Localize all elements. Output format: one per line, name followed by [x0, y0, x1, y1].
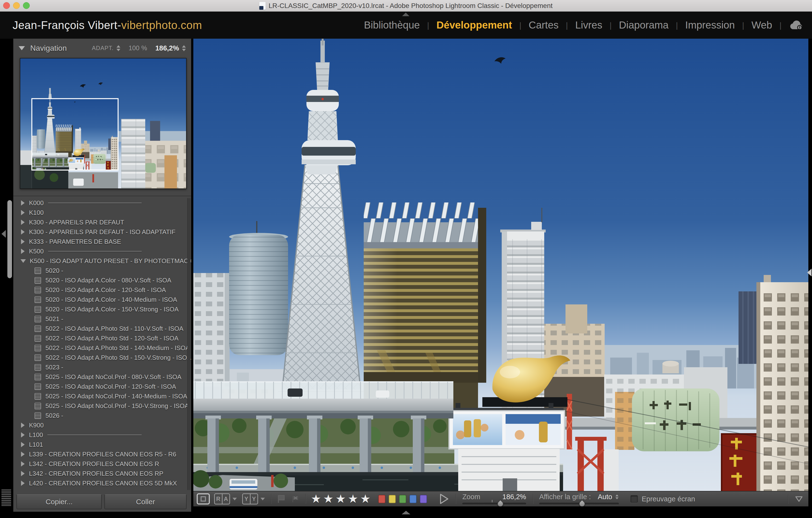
group-collapsed-icon[interactable] [21, 220, 25, 225]
group-collapsed-icon[interactable] [21, 442, 25, 447]
preset-group-row[interactable]: K000 [13, 198, 191, 208]
group-collapsed-icon[interactable] [21, 239, 25, 244]
preset-group-row[interactable]: K300 - APPAREILS PAR DEFAUT - ISO ADAPTA… [13, 227, 191, 237]
color-label-4[interactable] [420, 495, 427, 503]
preset-group-row[interactable]: K500 [13, 246, 191, 256]
color-label-1[interactable] [388, 495, 396, 503]
preset-icon [34, 403, 41, 409]
reject-flag-icon[interactable] [290, 494, 300, 504]
module-tab-livres[interactable]: Livres [575, 19, 602, 31]
preset-label: K500 [29, 248, 44, 255]
preset-row[interactable]: 5021 - [13, 314, 191, 324]
soft-proof-checkbox[interactable] [631, 495, 638, 502]
module-tab-impression[interactable]: Impression [685, 19, 735, 31]
zoom-window-button[interactable] [23, 2, 30, 9]
preset-row[interactable]: 5022 - ISO Adapt A.Photo Std - 140-Mediu… [13, 343, 191, 353]
preset-row[interactable]: 5025 - ISO Adapt NoCol.Prof - 120-Soft -… [13, 382, 191, 391]
preset-group-row[interactable]: K900 [13, 420, 191, 430]
module-tab-web[interactable]: Web [752, 19, 772, 31]
preset-row[interactable]: 5020 - ISO Adapt A.Color - 150-V.Strong … [13, 304, 191, 314]
preset-row[interactable]: 5026 - [13, 411, 191, 420]
preset-row[interactable]: 5020 - ISO Adapt A.Color - 120-Soft - IS… [13, 285, 191, 295]
preset-row[interactable]: 5025 - ISO Adapt NoCol.Prof - 150-V.Stro… [13, 401, 191, 411]
copy-button[interactable]: Copier... [17, 494, 102, 509]
soft-proof-control[interactable]: Epreuvage écran [631, 495, 695, 503]
survey-view-dropdown-icon[interactable] [261, 498, 265, 500]
navigator-collapse-icon[interactable] [19, 46, 25, 50]
cloud-sync-alert-icon[interactable] [789, 20, 803, 30]
color-label-3[interactable] [409, 495, 417, 503]
photo-canvas[interactable] [193, 39, 808, 491]
pick-flag-icon[interactable] [277, 494, 286, 504]
preset-row[interactable]: 5025 - ISO Adapt NoCol.Prof - 140-Medium… [13, 391, 191, 401]
grid-overlay-value[interactable]: Auto [598, 493, 612, 501]
group-collapsed-icon[interactable] [21, 200, 25, 206]
compare-view-button[interactable]: RA [214, 493, 230, 505]
loupe-view-button[interactable] [197, 493, 210, 505]
module-tab-cartes[interactable]: Cartes [529, 19, 559, 31]
group-collapsed-icon[interactable] [21, 229, 25, 235]
module-tab-bibliothèque[interactable]: Bibliothèque [364, 19, 420, 31]
preset-group-row[interactable]: L342 - CREATION PROFILES CANON EOS RP [13, 469, 191, 478]
fit-updown-icon[interactable] [116, 45, 120, 51]
module-tab-développement[interactable]: Développement [436, 19, 512, 31]
color-label-2[interactable] [399, 495, 406, 503]
group-collapsed-icon[interactable] [21, 461, 25, 466]
close-window-button[interactable] [3, 2, 10, 9]
preset-group-row[interactable]: L100 [13, 430, 191, 440]
grid-size-slider[interactable] [539, 503, 619, 505]
navigator-header[interactable]: Navigation ADAPT. 100 % 186,2% [13, 39, 191, 58]
zoom-slider[interactable] [462, 503, 526, 505]
survey-view-button[interactable]: YY [242, 493, 258, 505]
preset-row[interactable]: 5022 - ISO Adapt A.Photo Std - 110-V.Sof… [13, 324, 191, 333]
preset-row[interactable]: 5022 - ISO Adapt A.Photo Std - 120-Soft … [13, 333, 191, 343]
preset-group-row[interactable]: L342 - CREATION PROFILES CANON EOS R [13, 459, 191, 469]
preset-scrollbar-track[interactable] [187, 198, 191, 490]
zoom-slider-value: 186,2% [502, 493, 526, 501]
group-collapsed-icon[interactable] [21, 249, 25, 254]
zoom-updown-icon[interactable] [182, 45, 186, 51]
paste-button[interactable]: Coller [105, 494, 186, 509]
color-label-0[interactable] [378, 495, 385, 503]
group-collapsed-icon[interactable] [21, 452, 25, 457]
zoom-slider-label: Zoom [462, 493, 480, 501]
zoom-level-value[interactable]: 186,2% [155, 44, 179, 52]
preset-group-row[interactable]: L420 - CREATION PROFILES CANON EOS 5D Mk… [13, 478, 191, 488]
preset-group-row[interactable]: L339 - CREATION PROFILES CANON EOS R5 - … [13, 449, 191, 459]
preset-row[interactable]: 5022 - ISO Adapt A.Photo Std - 150-V.Str… [13, 353, 191, 362]
group-collapsed-icon[interactable] [21, 432, 25, 437]
preset-group-row[interactable]: L101 [13, 440, 191, 449]
compare-view-dropdown-icon[interactable] [232, 498, 237, 500]
star-rating[interactable]: ★★★★★ [311, 493, 372, 505]
zoom-100-button[interactable]: 100 % [128, 44, 147, 52]
group-collapsed-icon[interactable] [21, 423, 25, 428]
preset-row[interactable]: 5020 - [13, 266, 191, 275]
group-expanded-icon[interactable] [21, 259, 26, 263]
top-panel-collapse-arrow[interactable] [402, 12, 409, 16]
navigator-title: Navigation [30, 44, 67, 53]
preset-row[interactable]: 5023 - [13, 362, 191, 372]
left-panel-scrollbar[interactable] [7, 200, 12, 278]
group-collapsed-icon[interactable] [21, 210, 25, 215]
preset-group-row[interactable]: K500 - ISO ADAPT AUTO PRESET - BY PHOTOE… [13, 256, 191, 266]
preset-label: 5020 - ISO Adapt A.Color - 120-Soft - IS… [46, 286, 166, 294]
module-tab-diaporama[interactable]: Diaporama [619, 19, 668, 31]
minimize-window-button[interactable] [13, 2, 20, 9]
preset-group-row[interactable]: K300 - APPAREILS PAR DEFAUT [13, 217, 191, 227]
group-collapsed-icon[interactable] [21, 481, 25, 486]
grid-updown-icon[interactable] [615, 494, 619, 499]
filmstrip-expand-arrow[interactable] [402, 511, 410, 514]
preset-group-row[interactable]: K333 - PARAMETRES DE BASE [13, 237, 191, 246]
preset-row[interactable]: 5020 - ISO Adapt A.Color - 080-V.Soft - … [13, 275, 191, 285]
toolbar-options-caret-icon[interactable] [795, 495, 803, 502]
preset-row[interactable]: 5025 - ISO Adapt NoCol.Prof - 080-V.Soft… [13, 372, 191, 382]
preset-row[interactable]: 5020 - ISO Adapt A.Color - 140-Medium - … [13, 295, 191, 304]
zoom-fit-button[interactable]: ADAPT. [92, 45, 114, 52]
right-panel-expand-arrow[interactable] [807, 269, 812, 276]
lightroom-window: LR-CLASSIC_CatMBP_2020-v10.lrcat - Adobe… [0, 0, 812, 518]
group-collapsed-icon[interactable] [21, 471, 25, 476]
preset-group-row[interactable]: K100 [13, 208, 191, 217]
slideshow-play-button[interactable] [439, 493, 449, 505]
left-panel-collapse-arrow[interactable] [1, 230, 6, 238]
navigator-preview[interactable] [20, 58, 186, 189]
